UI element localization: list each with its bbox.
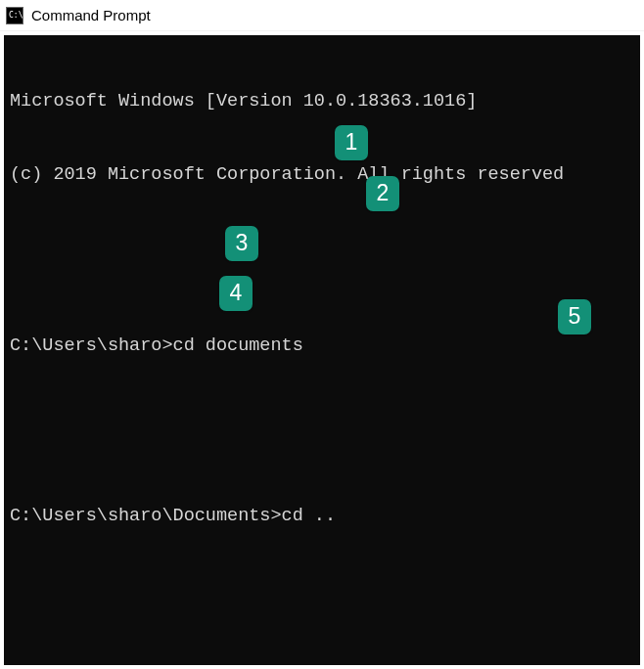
header-line-1: Microsoft Windows [Version 10.0.18363.10… (10, 90, 634, 114)
blank-line (10, 408, 634, 432)
cmd-icon-glyph: C:\. (9, 12, 27, 20)
annotation-badge-2: 2 (366, 176, 399, 211)
annotation-badge-1: 1 (335, 125, 368, 160)
window-title: Command Prompt (31, 7, 151, 23)
command-text: cd .. (282, 505, 337, 529)
cmd-icon: C:\. (6, 7, 23, 24)
annotation-badge-5: 5 (558, 299, 591, 334)
blank-line (10, 237, 634, 261)
titlebar[interactable]: C:\. Command Prompt (0, 0, 644, 31)
prompt-text: C:\Users\sharo> (10, 334, 173, 359)
terminal-line: C:\Users\sharo\Documents>cd .. (10, 505, 634, 529)
blank-line (10, 578, 634, 602)
terminal-area[interactable]: Microsoft Windows [Version 10.0.18363.10… (4, 35, 640, 665)
header-line-2: (c) 2019 Microsoft Corporation. All righ… (10, 163, 634, 188)
terminal-line: C:\Users\sharo>cd documents (10, 334, 634, 359)
prompt-text: C:\Users\sharo\Documents> (10, 505, 282, 529)
command-text: cd documents (173, 334, 303, 359)
annotation-badge-4: 4 (219, 276, 253, 311)
annotation-badge-3: 3 (225, 226, 258, 261)
